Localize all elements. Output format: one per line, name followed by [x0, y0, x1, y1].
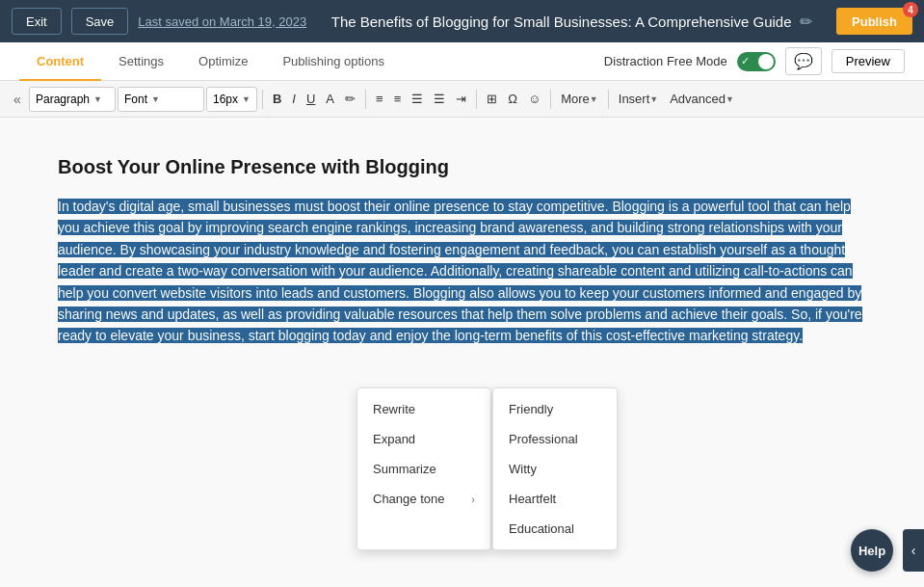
selected-paragraph: In today's digital age, small businesses… [58, 199, 862, 343]
list-unordered-button[interactable]: ☰ [407, 87, 428, 112]
tone-educational[interactable]: Educational [493, 514, 617, 544]
font-select[interactable]: Font ▼ [118, 87, 204, 112]
indent-button[interactable]: ⇥ [451, 87, 471, 112]
change-tone-item[interactable]: Change tone › [357, 484, 490, 514]
size-select[interactable]: 16px ▼ [206, 87, 257, 112]
context-menu-wrap: Rewrite Expand Summarize Change tone › F… [356, 387, 618, 550]
divider-5 [608, 90, 609, 109]
advanced-button[interactable]: Advanced ▼ [665, 87, 739, 112]
insert-button[interactable]: Insert ▼ [614, 87, 663, 112]
preview-button[interactable]: Preview [832, 49, 905, 73]
exit-button[interactable]: Exit [12, 8, 62, 35]
italic-button[interactable]: I [287, 87, 301, 112]
context-menu: Rewrite Expand Summarize Change tone › [356, 387, 491, 550]
divider-3 [476, 90, 477, 109]
align-group: ≡ ≡ ☰ ☰ ⇥ [371, 87, 471, 112]
toggle-knob [758, 54, 774, 69]
edit-title-icon[interactable]: ✏ [800, 13, 812, 31]
font-dropdown-arrow: ▼ [151, 94, 160, 104]
emoji-button[interactable]: ☺ [523, 87, 545, 112]
special-char-button[interactable]: Ω [503, 87, 522, 112]
last-saved: Last saved on March 19, 2023 [138, 14, 306, 29]
rewrite-item[interactable]: Rewrite [357, 394, 490, 424]
list-ordered-button[interactable]: ☰ [429, 87, 450, 112]
more-dropdown-arrow: ▼ [590, 94, 598, 104]
editor-wrap[interactable]: Boost Your Online Presence with Blogging… [0, 118, 924, 587]
help-button[interactable]: Help [851, 529, 893, 572]
tab-optimize[interactable]: Optimize [181, 42, 265, 81]
editor-heading: Boost Your Online Presence with Blogging [58, 156, 866, 178]
secondary-nav: Content Settings Optimize Publishing opt… [0, 42, 924, 81]
tone-heartfelt[interactable]: Heartfelt [493, 484, 617, 514]
top-bar: Exit Save Last saved on March 19, 2023 T… [0, 0, 924, 42]
publish-badge: 4 [903, 2, 918, 17]
align-left-button[interactable]: ≡ [371, 87, 388, 112]
tone-friendly[interactable]: Friendly [493, 394, 617, 424]
paragraph-dropdown-arrow: ▼ [93, 94, 102, 104]
document-title: The Benefits of Blogging for Small Busin… [316, 13, 827, 31]
divider-4 [550, 90, 551, 109]
distraction-toggle[interactable]: ✓ [737, 52, 776, 71]
expand-item[interactable]: Expand [357, 424, 490, 454]
tone-witty[interactable]: Witty [493, 454, 617, 484]
insert-dropdown-arrow: ▼ [649, 94, 658, 104]
chat-button[interactable]: 💬 [785, 47, 822, 75]
tab-content[interactable]: Content [19, 42, 101, 81]
distraction-free-label: Distraction Free Mode [604, 54, 727, 68]
highlight-button[interactable]: ✏ [340, 87, 360, 112]
nav-right-controls: Distraction Free Mode ✓ 💬 Preview [604, 47, 905, 75]
editor-toolbar: « Paragraph ▼ Font ▼ 16px ▼ B I U A ✏ ≡ … [0, 81, 924, 118]
save-button[interactable]: Save [71, 8, 129, 35]
divider-1 [262, 90, 263, 109]
editor-body[interactable]: In today's digital age, small businesses… [58, 196, 866, 347]
toggle-check-icon: ✓ [741, 55, 750, 67]
advanced-dropdown-arrow: ▼ [726, 94, 734, 104]
tone-professional[interactable]: Professional [493, 424, 617, 454]
sidebar-toggle-icon[interactable]: « [8, 92, 27, 107]
publish-button[interactable]: Publish 4 [836, 8, 912, 35]
table-button[interactable]: ⊞ [482, 87, 502, 112]
format-group: B I U A ✏ [268, 87, 360, 112]
paragraph-select[interactable]: Paragraph ▼ [29, 87, 116, 112]
expand-panel-button[interactable]: ‹ [903, 529, 924, 572]
tone-submenu: Friendly Professional Witty Heartfelt Ed… [492, 387, 618, 550]
font-color-button[interactable]: A [321, 87, 339, 112]
align-center-button[interactable]: ≡ [389, 87, 407, 112]
divider-2 [365, 90, 366, 109]
size-dropdown-arrow: ▼ [242, 94, 251, 104]
underline-button[interactable]: U [302, 87, 320, 112]
content-area: Boost Your Online Presence with Blogging… [0, 118, 924, 587]
tab-settings[interactable]: Settings [101, 42, 181, 81]
change-tone-chevron-icon: › [471, 494, 475, 505]
summarize-item[interactable]: Summarize [357, 454, 490, 484]
more-button[interactable]: More ▼ [556, 87, 603, 112]
table-group: ⊞ Ω ☺ [482, 87, 545, 112]
bold-button[interactable]: B [268, 87, 286, 112]
tab-publishing-options[interactable]: Publishing options [265, 42, 402, 81]
more-group: More ▼ [556, 87, 603, 112]
